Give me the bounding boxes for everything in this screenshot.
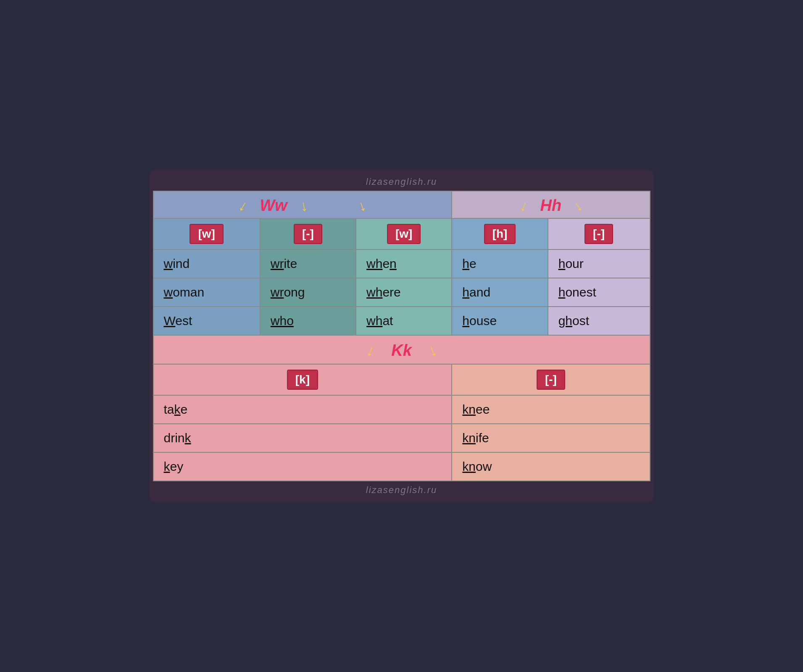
hh-title: Hh (540, 197, 562, 215)
word-wind: wind (153, 249, 260, 278)
word-wrong: wrong (260, 278, 356, 307)
word-key: key (153, 452, 452, 481)
word-knee: knee (452, 395, 650, 424)
ww-title: Ww (260, 197, 287, 215)
phoneme-k: [k] (153, 364, 452, 395)
word-he: he (452, 249, 548, 278)
phoneme-silent-k: [-] (452, 364, 650, 395)
badge-silent1: [-] (294, 224, 322, 244)
outer-container: lizasenglish.ru ↓ Ww ↓ ↓ ↓ Hh ↓ (150, 170, 654, 502)
word-drink: drink (153, 424, 452, 452)
word-hour: hour (548, 249, 650, 278)
word-write: write (260, 249, 356, 278)
phoneme-w2: [w] (356, 218, 452, 249)
badge-silent-k: [-] (537, 370, 565, 390)
badge-w: [w] (190, 224, 223, 244)
phoneme-silent1: [-] (260, 218, 356, 249)
hh-header: ↓ Hh ↓ (452, 191, 650, 218)
kk-header: ↓ Kk ↓ (153, 335, 650, 364)
word-knife: knife (452, 424, 650, 452)
word-honest: honest (548, 278, 650, 307)
badge-k: [k] (287, 370, 318, 390)
word-know: know (452, 452, 650, 481)
word-take: take (153, 395, 452, 424)
word-who: who (260, 307, 356, 335)
phoneme-silent2: [-] (548, 218, 650, 249)
phoneme-w1: [w] (153, 218, 260, 249)
word-hand: hand (452, 278, 548, 307)
word-house: house (452, 307, 548, 335)
watermark-top: lizasenglish.ru (153, 173, 650, 191)
phoneme-h: [h] (452, 218, 548, 249)
badge-w2: [w] (387, 224, 421, 244)
main-table: ↓ Ww ↓ ↓ ↓ Hh ↓ [w] [-] (153, 191, 650, 481)
watermark-bottom: lizasenglish.ru (153, 481, 650, 499)
ww-header: ↓ Ww ↓ ↓ (153, 191, 452, 218)
badge-silent2: [-] (584, 224, 613, 244)
word-what: what (356, 307, 452, 335)
word-where: where (356, 278, 452, 307)
word-ghost: ghost (548, 307, 650, 335)
word-when: when (356, 249, 452, 278)
word-west: West (153, 307, 260, 335)
badge-h: [h] (484, 224, 516, 244)
word-woman: woman (153, 278, 260, 307)
kk-title: Kk (391, 341, 412, 360)
